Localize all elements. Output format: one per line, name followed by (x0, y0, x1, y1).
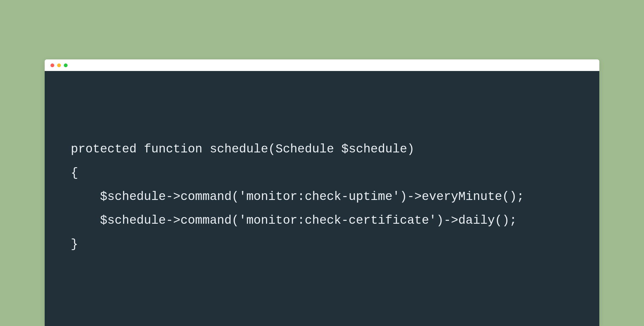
maximize-button[interactable] (64, 63, 68, 67)
code-line-5: } (71, 237, 78, 251)
close-button[interactable] (50, 63, 54, 67)
window-titlebar (45, 59, 599, 71)
editor-window: protected function schedule(Schedule $sc… (45, 59, 599, 326)
code-line-1: protected function schedule(Schedule $sc… (71, 142, 415, 156)
code-line-4: $schedule->command('monitor:check-certif… (71, 214, 517, 227)
code-line-2: { (71, 166, 78, 180)
code-line-3: $schedule->command('monitor:check-uptime… (71, 190, 524, 204)
minimize-button[interactable] (57, 63, 61, 67)
code-content: protected function schedule(Schedule $sc… (71, 138, 573, 256)
code-editor[interactable]: protected function schedule(Schedule $sc… (45, 71, 599, 326)
